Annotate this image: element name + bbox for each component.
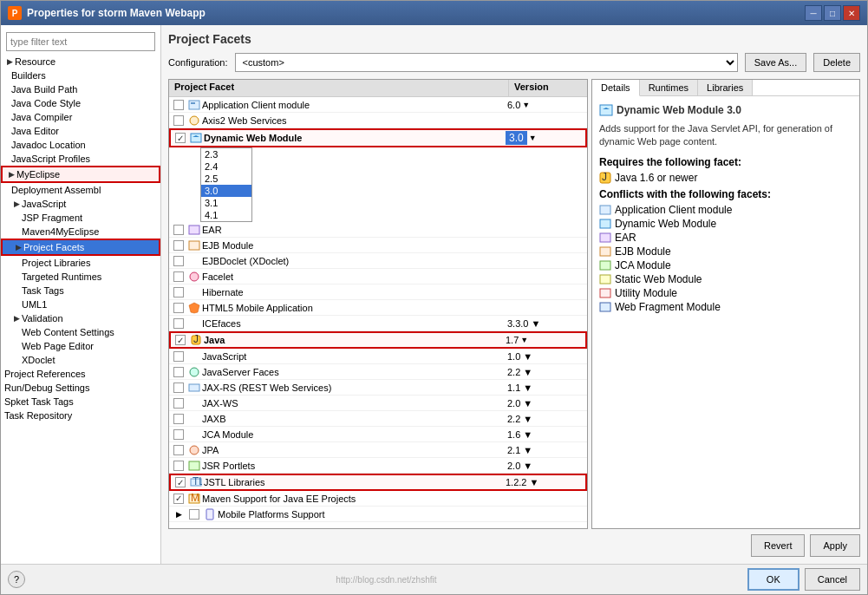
sidebar-item-web-content[interactable]: Web Content Settings bbox=[1, 325, 160, 339]
facets-table-header: Project Facet Version bbox=[169, 80, 587, 97]
module-icon bbox=[188, 99, 200, 111]
svg-rect-29 bbox=[600, 303, 610, 311]
facet-row-dynamic-web[interactable]: ✓ Dynamic Web Module 3.0 ▼ bbox=[169, 128, 587, 147]
facets-area: Project Facet Version Application Client… bbox=[168, 79, 860, 529]
conflict-static-web: Static Web Module bbox=[599, 272, 852, 286]
close-button[interactable]: ✕ bbox=[843, 5, 860, 21]
sidebar-item-task-repository[interactable]: Task Repository bbox=[1, 409, 160, 422]
tab-details[interactable]: Details bbox=[592, 80, 640, 96]
version-option-24[interactable]: 2.4 bbox=[201, 160, 251, 173]
facet-row-javascript[interactable]: JavaScript 1.0 ▼ bbox=[169, 349, 587, 364]
svg-text:J: J bbox=[602, 172, 607, 183]
header-facet-name: Project Facet bbox=[169, 80, 509, 96]
sidebar-item-task-tags[interactable]: Task Tags bbox=[1, 284, 160, 298]
sidebar-item-project-references[interactable]: Project References bbox=[1, 367, 160, 381]
version-option-23[interactable]: 2.3 bbox=[201, 148, 251, 160]
sidebar-item-java-build-path[interactable]: Java Build Path bbox=[1, 82, 160, 96]
sidebar-item-validation[interactable]: ▶ Validation bbox=[1, 311, 160, 325]
facet-row-jstl[interactable]: ✓ TL JSTL Libraries 1.2.2 ▼ bbox=[169, 474, 587, 491]
version-option-30[interactable]: 3.0 bbox=[201, 185, 251, 197]
maximize-button[interactable]: □ bbox=[824, 5, 841, 21]
sidebar-item-project-facets[interactable]: ▶ Project Facets bbox=[1, 239, 160, 256]
facet-row-java[interactable]: ✓ J Java 1.7 ▼ bbox=[169, 331, 587, 349]
facet-row-axis2[interactable]: Axis2 Web Services bbox=[169, 113, 587, 128]
sidebar-item-builders[interactable]: Builders bbox=[1, 69, 160, 82]
version-option-31[interactable]: 3.1 bbox=[201, 197, 251, 209]
svg-rect-26 bbox=[600, 261, 610, 270]
sidebar-item-java-editor[interactable]: Java Editor bbox=[1, 124, 160, 138]
configuration-label: Configuration: bbox=[168, 57, 228, 68]
facet-row-jsf[interactable]: JavaServer Faces 2.2 ▼ bbox=[169, 364, 587, 380]
facet-row-ejb[interactable]: EJB Module bbox=[169, 238, 587, 253]
configuration-select[interactable]: <custom> bbox=[235, 53, 738, 72]
cancel-button[interactable]: Cancel bbox=[805, 568, 860, 591]
facet-row-jca[interactable]: JCA Module 1.6 ▼ bbox=[169, 427, 587, 442]
conflict-ear: EAR bbox=[599, 231, 852, 245]
delete-button[interactable]: Delete bbox=[813, 53, 860, 72]
version-option-41[interactable]: 4.1 bbox=[201, 209, 251, 221]
facet-row-maven[interactable]: ✓ M Maven Support for Java EE Projects bbox=[169, 491, 587, 507]
sidebar-item-deployment[interactable]: Deployment Assembl bbox=[1, 183, 160, 197]
facet-row-jaxrs[interactable]: JAX-RS (REST Web Services) 1.1 ▼ bbox=[169, 380, 587, 396]
version-dropdown-arrow[interactable]: ▼ bbox=[529, 134, 537, 142]
facet-row-portlets[interactable]: JSR Portlets 2.0 ▼ bbox=[169, 458, 587, 474]
java-version-dropdown-arrow[interactable]: ▼ bbox=[520, 336, 528, 344]
footer: ? http://blog.csdn.net/zhshfit OK Cancel bbox=[1, 564, 867, 594]
sidebar-item-maven4myeclipse[interactable]: Maven4MyEclipse bbox=[1, 225, 160, 239]
conflicts-section: Conflicts with the following facets: App… bbox=[599, 188, 852, 314]
sidebar-item-jsp-fragment[interactable]: JSP Fragment bbox=[1, 211, 160, 225]
conflict-jca-icon bbox=[599, 259, 611, 271]
facelet-icon bbox=[188, 271, 200, 283]
facet-row-jaxws[interactable]: JAX-WS 2.0 ▼ bbox=[169, 396, 587, 411]
facet-row-app-client[interactable]: Application Client module 6.0 ▼ bbox=[169, 97, 587, 113]
sidebar-item-js-profiles[interactable]: JavaScript Profiles bbox=[1, 152, 160, 166]
sidebar-item-uml1[interactable]: UML1 bbox=[1, 298, 160, 311]
conflict-utility-icon bbox=[599, 287, 611, 299]
revert-apply-row: Revert Apply bbox=[168, 529, 860, 557]
version-option-25[interactable]: 2.5 bbox=[201, 173, 251, 185]
apply-button[interactable]: Apply bbox=[810, 534, 860, 557]
save-as-button[interactable]: Save As... bbox=[745, 53, 807, 72]
sidebar-item-project-libraries[interactable]: Project Libraries bbox=[1, 256, 160, 270]
sidebar-item-web-page-editor[interactable]: Web Page Editor bbox=[1, 339, 160, 353]
sidebar-item-resource[interactable]: ▶ Resource bbox=[1, 55, 160, 69]
facet-row-ejbdoclet[interactable]: EJBDoclet (XDoclet) bbox=[169, 253, 587, 269]
sidebar-item-java-code-style[interactable]: Java Code Style bbox=[1, 96, 160, 110]
sidebar-item-myeclipse[interactable]: ▶ MyEclipse bbox=[1, 166, 160, 183]
facet-row-hibernate[interactable]: Hibernate bbox=[169, 284, 587, 300]
sidebar-item-javadoc[interactable]: Javadoc Location bbox=[1, 138, 160, 152]
sidebar-item-xdoclet[interactable]: XDoclet bbox=[1, 353, 160, 367]
sidebar-item-javascript[interactable]: ▶ JavaScript bbox=[1, 197, 160, 211]
jaxrs-icon bbox=[188, 382, 200, 394]
facet-row-jpa[interactable]: JPA 2.1 ▼ bbox=[169, 442, 587, 458]
help-button[interactable]: ? bbox=[8, 571, 25, 588]
tab-libraries[interactable]: Libraries bbox=[698, 80, 753, 95]
main-window: P Properties for storm Maven Webapp ─ □ … bbox=[0, 0, 868, 595]
facet-row-mobile[interactable]: ▶ Mobile Platforms Support bbox=[169, 507, 587, 522]
conflict-app-client: Application Client module bbox=[599, 203, 852, 217]
sidebar-item-run-debug[interactable]: Run/Debug Settings bbox=[1, 381, 160, 395]
requires-java: J Java 1.6 or newer bbox=[599, 171, 852, 185]
filter-input[interactable] bbox=[6, 32, 155, 51]
sidebar-item-targeted-runtimes[interactable]: Targeted Runtimes bbox=[1, 270, 160, 284]
title-bar-buttons: ─ □ ✕ bbox=[805, 5, 860, 21]
facet-row-icefaces[interactable]: ICEfaces 3.3.0 ▼ bbox=[169, 316, 587, 331]
revert-button[interactable]: Revert bbox=[751, 534, 805, 557]
sidebar-item-java-compiler[interactable]: Java Compiler bbox=[1, 110, 160, 124]
facet-row-html5[interactable]: HTML5 Mobile Application bbox=[169, 300, 587, 316]
conflict-ear-icon bbox=[599, 232, 611, 244]
facet-row-ear[interactable]: EAR bbox=[169, 222, 587, 238]
ear-icon bbox=[188, 224, 200, 236]
facet-row-jaxb[interactable]: JAXB 2.2 ▼ bbox=[169, 411, 587, 427]
minimize-button[interactable]: ─ bbox=[805, 5, 822, 21]
tab-runtimes[interactable]: Runtimes bbox=[640, 80, 698, 95]
ok-button[interactable]: OK bbox=[747, 568, 799, 591]
sidebar-item-spket[interactable]: Spket Task Tags bbox=[1, 395, 160, 409]
facet-row-facelet[interactable]: Facelet bbox=[169, 269, 587, 284]
details-description: Adds support for the Java Servlet API, f… bbox=[599, 122, 852, 149]
project-facets-expand-arrow: ▶ bbox=[13, 242, 23, 252]
jstl-icon: TL bbox=[190, 476, 202, 488]
conflict-static-icon bbox=[599, 273, 611, 285]
conflict-web-icon bbox=[599, 218, 611, 230]
configuration-row: Configuration: <custom> Save As... Delet… bbox=[168, 53, 860, 72]
